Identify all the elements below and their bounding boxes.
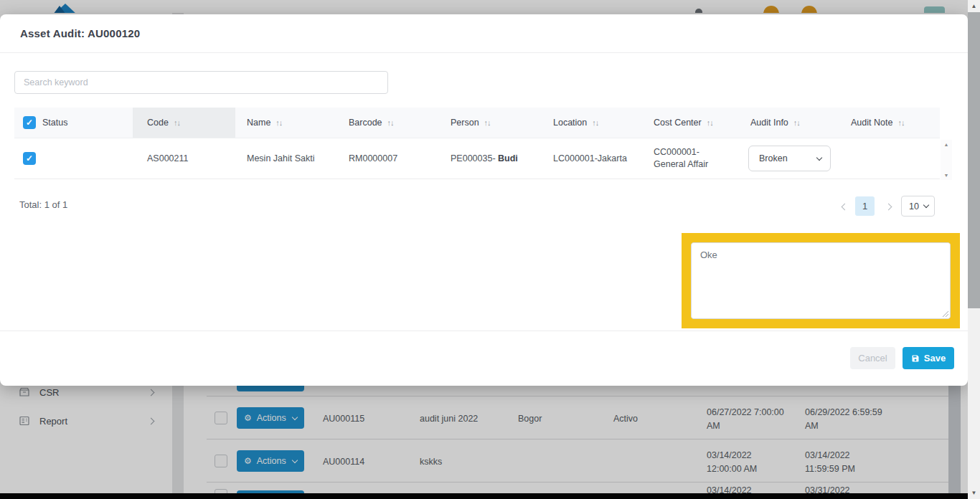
- sort-icon: ↑↓: [592, 118, 598, 127]
- column-header-barcode[interactable]: Barcode ↑↓: [337, 108, 439, 138]
- divider: [0, 331, 968, 331]
- column-header-name[interactable]: Name ↑↓: [235, 108, 337, 138]
- cell-code: AS000211: [133, 153, 235, 163]
- save-button[interactable]: Save: [903, 347, 954, 369]
- column-label: Audit Info: [750, 118, 788, 128]
- modal-title: Asset Audit: AU000120: [20, 14, 140, 52]
- audit-note-field-wrap: Oke: [691, 242, 951, 319]
- column-label: Person: [451, 118, 479, 128]
- sort-icon: ↑↓: [275, 118, 282, 127]
- audit-items-table: ✓ Status Code ↑↓ Name ↑↓ Barcode ↑↓ P: [14, 108, 940, 179]
- chevron-right-icon: [885, 203, 892, 210]
- cell-person: PE000035- Budi: [439, 153, 542, 163]
- check-icon: ✓: [26, 153, 33, 163]
- select-all-checkbox[interactable]: ✓: [23, 116, 36, 129]
- pagination-prev-button[interactable]: [834, 196, 854, 217]
- column-header-audit-info[interactable]: Audit Info ↑↓: [739, 108, 839, 138]
- table-scrollbar: ▲ ▼: [941, 140, 952, 180]
- column-header-audit-note[interactable]: Audit Note ↑↓: [839, 108, 940, 138]
- search-input[interactable]: [14, 71, 388, 94]
- scrollbar-up-icon[interactable]: ▲: [968, 0, 980, 12]
- page-size-value: 10: [909, 201, 919, 212]
- audit-info-select[interactable]: Broken: [748, 146, 831, 171]
- total-count-label: Total: 1 of 1: [19, 199, 67, 210]
- screen: CSR Report ⚙ Actions ⚙: [0, 0, 980, 499]
- sort-icon: ↑↓: [897, 118, 904, 127]
- sort-icon: ↑↓: [707, 118, 713, 127]
- chevron-down-icon: [816, 154, 822, 160]
- column-header-location[interactable]: Location ↑↓: [542, 108, 642, 138]
- sort-icon: ↑↓: [174, 118, 180, 127]
- person-name: Budi: [498, 153, 518, 163]
- scrollbar-down-icon[interactable]: ▼: [968, 487, 980, 499]
- browser-scrollbar[interactable]: ▲ ▼: [968, 0, 980, 499]
- save-label: Save: [924, 353, 946, 363]
- asset-audit-modal: Asset Audit: AU000120 ✓ Status Code ↑↓ N…: [0, 14, 968, 386]
- scrollbar-thumb[interactable]: [968, 12, 980, 308]
- audit-note-textarea[interactable]: Oke: [692, 243, 950, 318]
- column-label: Audit Note: [851, 118, 892, 128]
- sort-icon: ↑↓: [387, 118, 394, 127]
- column-label: Location: [553, 118, 587, 128]
- sort-icon: ↑↓: [484, 118, 491, 127]
- cancel-button[interactable]: Cancel: [850, 347, 895, 369]
- table-row: ✓ AS000211 Mesin Jahit Sakti RM0000007 P…: [14, 138, 940, 179]
- divider: [0, 52, 968, 53]
- person-code: PE000035-: [451, 153, 498, 163]
- cell-status: ✓: [14, 152, 133, 165]
- scroll-down-icon[interactable]: ▼: [944, 173, 949, 178]
- column-label: Barcode: [349, 118, 382, 128]
- audit-info-value: Broken: [759, 153, 788, 163]
- highlight-frame: Oke: [682, 233, 960, 328]
- cell-barcode: RM0000007: [337, 153, 439, 163]
- save-icon: [911, 354, 920, 363]
- column-label: Name: [247, 118, 270, 128]
- chevron-down-icon: [923, 202, 929, 208]
- table-header-row: ✓ Status Code ↑↓ Name ↑↓ Barcode ↑↓ P: [14, 108, 940, 138]
- page-size-select[interactable]: 10: [901, 196, 935, 217]
- sort-icon: ↑↓: [793, 118, 800, 127]
- column-label: Status: [42, 118, 67, 128]
- column-header-cost-center[interactable]: Cost Center ↑↓: [642, 108, 739, 138]
- pagination-next-button[interactable]: [878, 196, 898, 217]
- cell-audit-info: Broken: [739, 146, 839, 171]
- column-header-code[interactable]: Code ↑↓: [133, 108, 235, 138]
- cell-location: LC000001-Jakarta: [542, 153, 642, 163]
- column-label: Cost Center: [654, 118, 702, 128]
- pagination-page-1[interactable]: 1: [855, 196, 875, 216]
- row-checkbox[interactable]: ✓: [23, 152, 36, 165]
- chevron-left-icon: [841, 203, 848, 210]
- column-header-person[interactable]: Person ↑↓: [439, 108, 542, 138]
- column-label: Code: [147, 118, 169, 128]
- check-icon: ✓: [26, 118, 33, 128]
- cell-name: Mesin Jahit Sakti: [235, 153, 337, 163]
- column-header-status: ✓ Status: [14, 108, 133, 138]
- scroll-up-icon[interactable]: ▲: [944, 142, 949, 147]
- cell-cost-center: CC000001-General Affair: [642, 146, 739, 171]
